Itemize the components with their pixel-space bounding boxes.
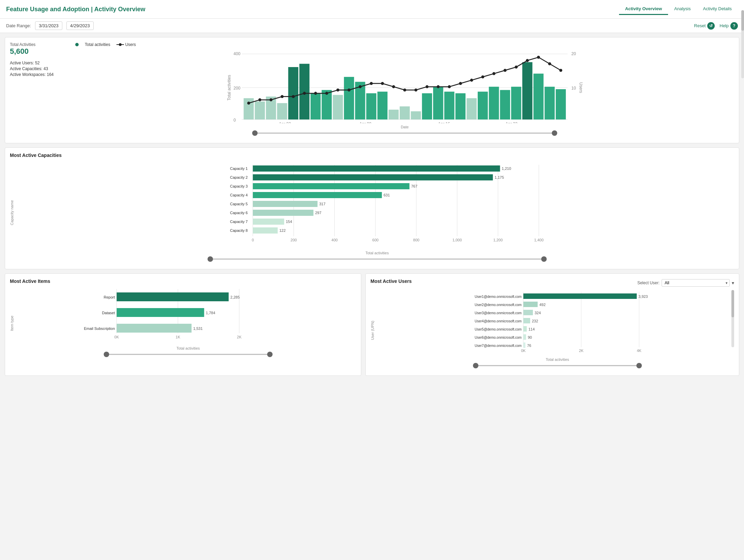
- svg-rect-27: [389, 110, 399, 119]
- dropdown-chevron-icon: ▾: [732, 280, 734, 286]
- svg-text:2,285: 2,285: [231, 295, 240, 299]
- svg-rect-30: [422, 93, 432, 119]
- reset-button[interactable]: Reset ↺: [694, 22, 715, 30]
- svg-text:400: 400: [331, 238, 337, 242]
- items-slider[interactable]: [20, 350, 356, 359]
- user-select-wrapper[interactable]: All User1@demo.onmicrosoft.com User2@dem…: [662, 279, 730, 287]
- users-slider[interactable]: [381, 362, 734, 371]
- svg-text:317: 317: [319, 202, 326, 206]
- svg-rect-25: [366, 93, 377, 119]
- help-button[interactable]: Help ?: [719, 22, 738, 30]
- cap-bar-2: [253, 174, 493, 180]
- svg-point-46: [281, 95, 284, 98]
- svg-point-51: [336, 89, 339, 92]
- svg-text:20: 20: [571, 51, 576, 56]
- tab-activity-details[interactable]: Activity Details: [697, 3, 738, 15]
- user-bar-1: [523, 293, 637, 299]
- capacity-chart-inner: 0 200 400 600 800 1,000 1,200 1,400 1,21…: [20, 161, 734, 264]
- legend-activities-label: Total activities: [85, 42, 110, 47]
- svg-point-43: [247, 101, 250, 105]
- svg-point-57: [403, 89, 406, 92]
- stats-panel: Total Activities 5,600 Active Users: 52 …: [10, 42, 71, 138]
- svg-text:2K: 2K: [237, 335, 242, 339]
- users-panel-header: Most Active Users Select User: All User1…: [370, 278, 734, 287]
- users-chart-container: User (UPN) 0K 2K 4K User1@demo.onmicroso…: [370, 290, 734, 371]
- capacity-slider[interactable]: [20, 255, 734, 264]
- scrollbar[interactable]: [741, 10, 744, 78]
- scrollbar-thumb[interactable]: [741, 10, 744, 31]
- svg-text:1K: 1K: [176, 335, 180, 339]
- x-axis-label: Date: [75, 125, 734, 129]
- svg-rect-20: [311, 93, 321, 119]
- svg-text:1,000: 1,000: [453, 238, 462, 242]
- svg-text:User4@demo.onmicrosoft.com: User4@demo.onmicrosoft.com: [475, 319, 522, 323]
- svg-text:2K: 2K: [579, 349, 584, 353]
- svg-text:1,200: 1,200: [493, 238, 503, 242]
- svg-point-65: [492, 72, 495, 75]
- svg-text:1,784: 1,784: [206, 311, 216, 315]
- svg-point-1: [119, 43, 122, 46]
- svg-text:Email Subscription: Email Subscription: [84, 326, 115, 331]
- users-y-label-wrapper: User (UPN): [370, 290, 381, 371]
- total-activities-label: Total Activities: [10, 42, 66, 47]
- activity-chart-area: Total activities Users 400 200 0 20 10: [75, 42, 734, 138]
- svg-text:76: 76: [527, 343, 531, 348]
- svg-text:Capacity 8: Capacity 8: [230, 228, 248, 233]
- items-panel: Most Active Items Item type 0K 1K 2K: [5, 273, 361, 376]
- svg-rect-17: [277, 103, 287, 119]
- tab-activity-overview[interactable]: Activity Overview: [619, 3, 668, 15]
- svg-point-55: [381, 82, 384, 85]
- svg-rect-15: [255, 101, 265, 119]
- svg-rect-18: [288, 67, 298, 119]
- user-bar-7: [523, 342, 525, 348]
- svg-text:232: 232: [532, 319, 538, 323]
- svg-text:Apr 16: Apr 16: [438, 122, 450, 124]
- toolbar-right: Reset ↺ Help ?: [694, 22, 738, 30]
- items-chart-title: Most Active Items: [10, 278, 356, 284]
- svg-point-53: [359, 85, 362, 88]
- nav-tabs: Activity Overview Analysis Activity Deta…: [619, 3, 738, 15]
- svg-text:User1@demo.onmicrosoft.com: User1@demo.onmicrosoft.com: [475, 295, 522, 299]
- date-range-label: Date Range:: [6, 23, 31, 28]
- svg-text:Capacity 2: Capacity 2: [230, 175, 248, 179]
- svg-rect-32: [444, 92, 455, 119]
- svg-text:600: 600: [372, 238, 378, 242]
- svg-text:200: 200: [234, 86, 240, 91]
- svg-text:User5@demo.onmicrosoft.com: User5@demo.onmicrosoft.com: [475, 327, 522, 331]
- svg-rect-14: [244, 98, 254, 119]
- items-chart-svg: 0K 1K 2K Report 2,285 Dataset 1,784 Emai…: [20, 287, 356, 345]
- svg-text:0: 0: [252, 238, 254, 242]
- svg-rect-31: [433, 87, 443, 119]
- svg-text:114: 114: [528, 327, 535, 331]
- svg-point-67: [515, 66, 518, 69]
- date-start-button[interactable]: 3/31/2023: [35, 21, 62, 30]
- user-select[interactable]: All User1@demo.onmicrosoft.com User2@dem…: [662, 279, 730, 287]
- svg-point-70: [548, 62, 551, 65]
- user-bar-2: [523, 302, 538, 307]
- svg-text:0K: 0K: [521, 349, 526, 353]
- bottom-row: Most Active Items Item type 0K 1K 2K: [5, 273, 739, 376]
- svg-text:Capacity 1: Capacity 1: [230, 166, 248, 171]
- svg-point-49: [314, 92, 317, 95]
- activity-slider[interactable]: [75, 129, 734, 138]
- svg-text:Users: Users: [579, 82, 583, 93]
- tab-analysis[interactable]: Analysis: [668, 3, 697, 15]
- active-capacities-stat: Active Capacities: 43: [10, 66, 66, 71]
- svg-point-110: [208, 256, 213, 262]
- users-scrollbar[interactable]: [731, 290, 734, 347]
- svg-point-50: [325, 92, 328, 95]
- users-chart-svg: 0K 2K 4K User1@demo.onmicrosoft.com 3,92…: [381, 290, 734, 356]
- svg-text:324: 324: [535, 311, 541, 315]
- user-bar-6: [523, 334, 526, 340]
- users-scrollbar-thumb[interactable]: [731, 290, 734, 317]
- capacity-y-label: Capacity name: [10, 200, 14, 225]
- svg-text:Total activities: Total activities: [227, 75, 232, 100]
- svg-text:0: 0: [234, 118, 236, 123]
- svg-text:0K: 0K: [114, 335, 119, 339]
- date-end-button[interactable]: 4/29/2023: [66, 21, 94, 30]
- svg-point-111: [541, 256, 547, 262]
- svg-text:200: 200: [290, 238, 297, 242]
- svg-point-45: [269, 98, 272, 101]
- svg-point-60: [437, 85, 440, 88]
- svg-rect-36: [489, 87, 499, 119]
